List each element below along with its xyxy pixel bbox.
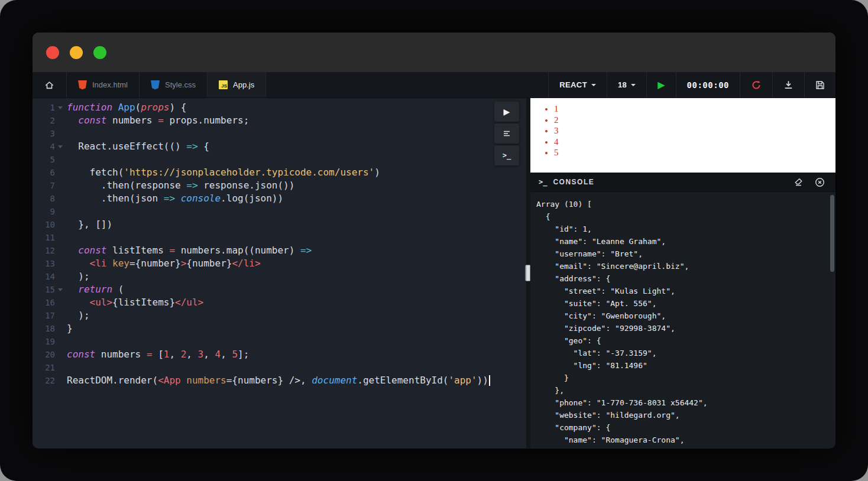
gutter-row: 21 bbox=[33, 361, 67, 374]
code-line-9 bbox=[67, 205, 526, 218]
download-button[interactable] bbox=[772, 72, 804, 98]
preview-list-item: 2 bbox=[554, 115, 835, 126]
console-line: "name": "Romaguera-Crona", bbox=[536, 434, 835, 446]
code-line-3 bbox=[67, 127, 526, 140]
editor-quick-actions: ▶ >_ bbox=[494, 102, 519, 165]
gutter-row: 11 bbox=[33, 231, 67, 244]
tab-label: Index.html bbox=[92, 80, 128, 89]
close-console-button[interactable] bbox=[812, 174, 827, 190]
run-code-button[interactable]: ▶ bbox=[494, 102, 519, 122]
save-button[interactable] bbox=[804, 72, 835, 98]
gutter-row: 14 bbox=[33, 270, 67, 283]
code-line-2: const numbers = props.numbers; bbox=[67, 114, 526, 127]
home-button[interactable] bbox=[33, 72, 67, 98]
console-line: "username": "Bret", bbox=[536, 248, 835, 260]
preview-list-item: 4 bbox=[554, 136, 835, 148]
line-number: 3 bbox=[33, 129, 55, 138]
console-line: "geo": { bbox=[536, 334, 835, 347]
timer-cell: 00:00:00 bbox=[676, 72, 740, 98]
framework-label: REACT bbox=[559, 80, 587, 89]
save-icon bbox=[815, 80, 825, 90]
line-number: 15 bbox=[33, 285, 55, 294]
maximize-window-button[interactable] bbox=[93, 46, 106, 59]
console-line: "address": { bbox=[536, 272, 835, 285]
gutter-row: 19 bbox=[33, 335, 67, 348]
fold-arrow-icon[interactable] bbox=[55, 288, 66, 291]
gutter-row: 2 bbox=[33, 114, 67, 127]
console-line: "phone": "1-770-736-8031 x56442", bbox=[536, 396, 835, 409]
code-line-17: ); bbox=[67, 309, 526, 322]
console-line: "website": "hildegard.org", bbox=[536, 409, 835, 421]
pane-resize-handle[interactable] bbox=[526, 98, 530, 448]
version-select[interactable]: 18 bbox=[607, 72, 646, 98]
console-line: "street": "Kulas Light", bbox=[536, 285, 835, 297]
preview-pane: 12345 bbox=[530, 98, 835, 173]
framework-select[interactable]: REACT bbox=[548, 72, 607, 98]
gutter-row: 1 bbox=[33, 101, 67, 114]
gutter-row: 18 bbox=[33, 322, 67, 335]
gutter-row: 16 bbox=[33, 296, 67, 309]
line-number: 21 bbox=[33, 363, 55, 372]
code-line-1: function App(props) { bbox=[67, 101, 526, 114]
console-line: "lng": "81.1496" bbox=[536, 359, 835, 372]
format-code-button[interactable] bbox=[494, 124, 519, 144]
line-number: 20 bbox=[33, 350, 55, 359]
close-circle-icon bbox=[815, 177, 825, 187]
console-line: "id": 1, bbox=[536, 223, 835, 235]
code-line-16: <ul>{listItems}</ul> bbox=[67, 296, 526, 309]
console-line: { bbox=[536, 210, 835, 223]
tab-style-css[interactable]: Style.css bbox=[140, 72, 208, 98]
line-number: 12 bbox=[33, 246, 55, 255]
format-icon bbox=[502, 129, 511, 138]
close-window-button[interactable] bbox=[46, 46, 59, 59]
console-line: "lat": "-37.3159", bbox=[536, 347, 835, 359]
terminal-prompt-icon: >_ bbox=[539, 178, 547, 186]
home-icon bbox=[44, 80, 54, 90]
tab-label: App.js bbox=[233, 80, 254, 89]
timer-display: 00:00:00 bbox=[687, 80, 729, 90]
tab-app-js[interactable]: JSApp.js bbox=[208, 72, 266, 98]
console-scrollbar-thumb[interactable] bbox=[830, 195, 834, 272]
toggle-console-button[interactable]: >_ bbox=[494, 145, 519, 165]
code-line-5 bbox=[67, 153, 526, 166]
main-area: 12345678910111213141516171819202122 func… bbox=[33, 98, 835, 448]
terminal-prompt-icon: >_ bbox=[503, 151, 511, 160]
preview-list-item: 1 bbox=[554, 103, 835, 115]
editor-gutter: 12345678910111213141516171819202122 bbox=[33, 101, 67, 448]
tab-index-html[interactable]: Index.html bbox=[67, 72, 140, 98]
app-window: Index.htmlStyle.cssJSApp.js REACT 18 ▶ 0… bbox=[33, 32, 835, 448]
restart-icon bbox=[751, 80, 762, 90]
version-label: 18 bbox=[618, 80, 627, 89]
code-line-12: const listItems = numbers.map((number) =… bbox=[67, 244, 526, 257]
clear-console-button[interactable] bbox=[791, 174, 806, 190]
code-line-14: ); bbox=[67, 270, 526, 283]
gutter-row: 20 bbox=[33, 348, 67, 361]
console-output: Array (10) [ { "id": 1, "name": "Leanne … bbox=[530, 192, 835, 448]
text-cursor bbox=[489, 375, 490, 386]
minimize-window-button[interactable] bbox=[70, 46, 83, 59]
gutter-row: 8 bbox=[33, 192, 67, 205]
css-icon bbox=[151, 80, 160, 90]
auto-restart-button[interactable] bbox=[740, 72, 772, 98]
js-icon: JS bbox=[219, 80, 228, 89]
gutter-row: 22 bbox=[33, 374, 67, 387]
gutter-row: 6 bbox=[33, 166, 67, 179]
code-line-19 bbox=[67, 335, 526, 348]
console-header: >_ CONSOLE bbox=[530, 173, 835, 192]
right-panel: 12345 >_ CONSOLE bbox=[530, 98, 835, 448]
chevron-down-icon bbox=[631, 84, 636, 86]
gutter-row: 13 bbox=[33, 257, 67, 270]
line-number: 5 bbox=[33, 155, 55, 164]
window-titlebar[interactable] bbox=[33, 32, 835, 72]
line-number: 16 bbox=[33, 298, 55, 307]
code-line-4: React.useEffect(() => { bbox=[67, 140, 526, 153]
code-line-6: fetch('https://jsonplaceholder.typicode.… bbox=[67, 166, 526, 179]
preview-list-item: 3 bbox=[554, 125, 835, 136]
run-button[interactable]: ▶ bbox=[646, 72, 675, 98]
fold-arrow-icon[interactable] bbox=[55, 106, 66, 109]
code-editor[interactable]: 12345678910111213141516171819202122 func… bbox=[33, 98, 526, 448]
tab-label: Style.css bbox=[165, 80, 196, 89]
fold-arrow-icon[interactable] bbox=[55, 145, 66, 148]
gutter-row: 10 bbox=[33, 218, 67, 231]
console-line: }, bbox=[536, 384, 835, 396]
